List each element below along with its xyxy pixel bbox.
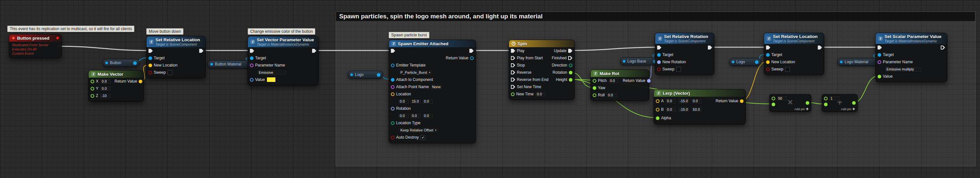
output-pin[interactable] <box>133 61 137 65</box>
target-pin[interactable] <box>250 56 253 60</box>
output-pin[interactable] <box>755 60 759 64</box>
x-pin[interactable] <box>91 80 94 83</box>
target-pin[interactable] <box>878 53 881 57</box>
emitter-template-pin[interactable] <box>391 64 395 67</box>
roll-pin[interactable] <box>593 93 596 97</box>
roll-value-input[interactable]: 0.0 <box>606 93 617 98</box>
rotation-pin[interactable] <box>391 107 395 111</box>
node-header[interactable]: f Set Scalar Parameter Value Target is M… <box>876 33 947 44</box>
pitch-value-input[interactable]: 0.0 <box>608 78 619 83</box>
rotation-z-input[interactable]: 0.0 <box>422 113 433 119</box>
b-pin[interactable] <box>656 108 659 111</box>
target-pin[interactable] <box>657 53 661 57</box>
color-swatch[interactable] <box>267 77 276 82</box>
add-pin-button[interactable]: Add pin ✚ <box>794 107 808 111</box>
new-time-pin[interactable] <box>511 93 514 96</box>
b-x-input[interactable]: 0.0 <box>665 107 676 112</box>
new-rotation-pin[interactable] <box>657 60 661 64</box>
exec-out-pin[interactable] <box>469 49 474 53</box>
multiply-output-pin[interactable] <box>806 101 809 105</box>
button-pressed-event-node[interactable]: Button pressed Replicated From Server Ex… <box>9 34 62 58</box>
multiply-a-input[interactable]: 50 <box>776 96 788 101</box>
pitch-pin[interactable] <box>593 79 596 83</box>
get-logo-variable-node-2[interactable]: Logo <box>729 58 761 66</box>
comment-box-title[interactable]: Spawn particles, spin the logo mesh arou… <box>336 12 975 21</box>
parameter-name-pin[interactable] <box>250 64 253 67</box>
node-header[interactable]: Button pressed <box>9 34 62 42</box>
rotation-y-input[interactable]: 0.0 <box>410 113 421 119</box>
sweep-checkbox[interactable] <box>167 70 172 75</box>
exec-in-pin[interactable] <box>878 46 882 50</box>
stop-pin[interactable] <box>511 63 515 67</box>
node-header[interactable]: f Lerp (Vector) <box>654 90 746 97</box>
auto-destroy-pin[interactable] <box>391 136 395 140</box>
yaw-pin[interactable] <box>593 86 596 90</box>
target-pin[interactable] <box>148 56 152 60</box>
sweep-checkbox[interactable] <box>676 67 681 72</box>
spin-timeline-node[interactable]: Spin Play Update Play from Start Finishe… <box>509 40 575 100</box>
output-pin[interactable] <box>377 73 380 77</box>
z-pin[interactable] <box>91 94 94 98</box>
play-from-start-pin[interactable] <box>511 56 515 60</box>
y-pin[interactable] <box>91 87 94 90</box>
make-vector-node[interactable]: f Make Vector X 0.0 Return Value Y 0.0 Z… <box>88 70 144 102</box>
lerp-vector-node[interactable]: f Lerp (Vector) A 0.0 -15.0 0.0 Return V… <box>654 89 746 125</box>
multiply-node[interactable]: × 50 Add pin ✚ <box>769 94 811 112</box>
node-header[interactable]: f Spawn Emitter Attached <box>389 40 476 47</box>
add-node[interactable]: + 1 Add pin ✚ <box>822 94 858 112</box>
reverse-from-end-pin[interactable] <box>511 78 515 82</box>
make-rot-node[interactable]: f Make Rot Pitch 0.0 Return Value Yaw Ro… <box>590 69 649 101</box>
sweep-pin[interactable] <box>657 67 661 71</box>
exec-out-pin[interactable] <box>941 46 945 50</box>
a-x-input[interactable]: 0.0 <box>665 98 676 104</box>
exec-in-pin[interactable] <box>391 49 395 53</box>
location-z-input[interactable]: 0.0 <box>422 99 433 104</box>
exec-in-pin[interactable] <box>657 46 662 50</box>
set-relative-location-node-1[interactable]: f Set Relative Location Target is SceneC… <box>146 36 206 79</box>
node-header[interactable]: f Set Relative Rotation Target is SceneC… <box>655 33 714 44</box>
exec-out-pin[interactable] <box>312 49 316 53</box>
emitter-template-dropdown[interactable]: P_Particle_Burst ▾ <box>398 70 433 75</box>
sweep-checkbox[interactable] <box>785 67 790 72</box>
location-type-pin[interactable] <box>391 121 395 125</box>
attach-to-component-pin[interactable] <box>391 78 395 82</box>
exec-in-pin[interactable] <box>766 46 770 50</box>
y-value-input[interactable]: 0.0 <box>100 86 111 91</box>
rotation-x-input[interactable]: 0.0 <box>398 113 409 119</box>
multiply-input-b-pin[interactable] <box>772 103 775 106</box>
set-new-time-pin[interactable] <box>511 85 515 89</box>
location-x-input[interactable]: 0.0 <box>398 99 409 104</box>
node-header[interactable]: f Set Relative Location Target is SceneC… <box>146 36 205 47</box>
exec-out-pin[interactable] <box>199 49 204 53</box>
attach-point-name-input[interactable]: None <box>431 84 442 90</box>
play-pin[interactable] <box>511 49 515 53</box>
value-pin[interactable] <box>250 78 253 82</box>
reverse-pin[interactable] <box>511 71 515 74</box>
node-header[interactable]: f Set Relative Location Target is SceneC… <box>764 33 824 44</box>
rotation-pin[interactable] <box>569 71 573 74</box>
exec-in-pin[interactable] <box>250 49 254 53</box>
parameter-name-input[interactable]: Emissive <box>257 70 286 75</box>
parameter-name-input[interactable]: Emissive multiply <box>885 67 922 72</box>
x-value-input[interactable]: 0.0 <box>100 79 111 84</box>
location-pin[interactable] <box>391 93 395 96</box>
b-z-input[interactable]: 50.0 <box>691 107 702 112</box>
new-location-pin[interactable] <box>148 64 152 67</box>
sweep-pin[interactable] <box>766 67 770 71</box>
blueprint-graph-canvas[interactable]: Spawn particles, spin the logo mesh arou… <box>0 0 980 178</box>
location-type-dropdown[interactable]: Keep Relative Offset ▾ <box>398 128 439 133</box>
z-value-input[interactable]: -10 <box>100 93 111 99</box>
parameter-name-pin[interactable] <box>878 60 881 64</box>
set-vector-parameter-value-node[interactable]: f Set Vector Parameter Value Target is M… <box>248 36 318 85</box>
sweep-pin[interactable] <box>148 71 152 74</box>
return-value-pin[interactable] <box>740 99 743 103</box>
auto-destroy-checkbox[interactable]: ✔ <box>420 135 425 140</box>
add-pin-button[interactable]: Add pin ✚ <box>841 107 855 111</box>
get-logo-base-variable-node[interactable]: Logo Base <box>620 58 659 65</box>
location-y-input[interactable]: 15.0 <box>410 99 421 104</box>
value-pin[interactable] <box>878 75 881 79</box>
a-y-input[interactable]: -15.0 <box>678 98 689 104</box>
node-header[interactable]: f Set Vector Parameter Value Target is M… <box>248 36 318 47</box>
node-header[interactable]: Spin <box>509 40 574 47</box>
exec-out-pin[interactable] <box>708 46 712 50</box>
